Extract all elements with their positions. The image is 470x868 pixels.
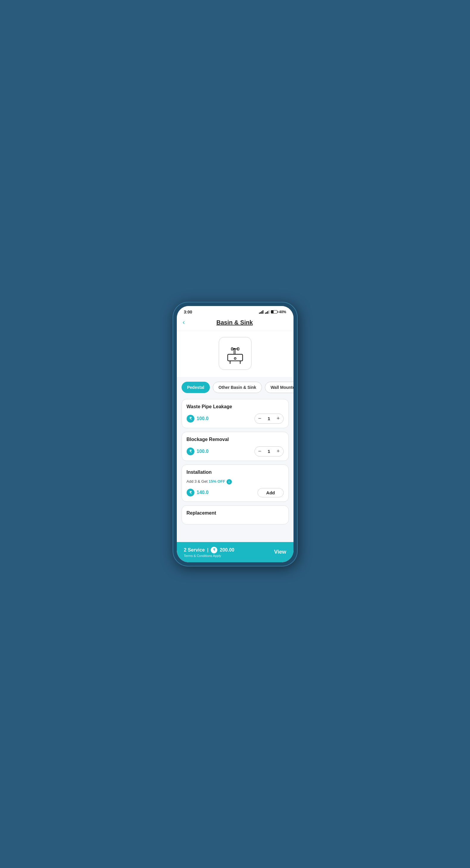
price-wrap-blockage: ₹ 100.0 bbox=[187, 447, 209, 455]
battery-icon bbox=[271, 310, 277, 313]
signal-icon bbox=[259, 310, 263, 314]
status-time: 3:00 bbox=[184, 310, 192, 314]
service-name-replacement: Replacement bbox=[187, 510, 284, 516]
phone-frame: 3:00 40% bbox=[173, 302, 298, 566]
decrement-blockage[interactable]: − bbox=[255, 446, 265, 457]
price-wrap-installation: ₹ 140.0 bbox=[187, 489, 209, 496]
service-footer-blockage: ₹ 100.0 − 1 + bbox=[187, 446, 284, 457]
bottom-bar: 2 Service | ₹ 200.00 Terms & Conditions … bbox=[177, 542, 294, 562]
price-installation: 140.0 bbox=[197, 490, 209, 495]
separator: | bbox=[207, 547, 208, 553]
service-count: 2 Service bbox=[184, 547, 205, 553]
service-name-blockage: Blockage Removal bbox=[187, 437, 284, 442]
tabs-section: Pedestal Other Basin & Sink Wall Mounted bbox=[177, 377, 294, 396]
service-card-installation: Installation Add 3 & Get 15% OFFi ₹ 140.… bbox=[181, 465, 289, 502]
battery-percent: 40% bbox=[279, 310, 286, 314]
bottom-left: 2 Service | ₹ 200.00 Terms & Conditions … bbox=[184, 547, 235, 558]
qty-blockage: 1 bbox=[265, 449, 273, 454]
rupee-icon-installation: ₹ bbox=[187, 489, 194, 496]
service-sub-installation: Add 3 & Get 15% OFFi bbox=[187, 479, 284, 485]
page-title: Basin & Sink bbox=[188, 319, 281, 326]
stepper-waste-pipe: − 1 + bbox=[255, 413, 284, 424]
service-footer-waste-pipe: ₹ 100.0 − 1 + bbox=[187, 413, 284, 424]
header: ‹ Basin & Sink bbox=[177, 316, 294, 331]
rupee-icon-waste-pipe: ₹ bbox=[187, 415, 194, 423]
tab-pedestal[interactable]: Pedestal bbox=[181, 382, 210, 393]
status-icons: 40% bbox=[259, 310, 286, 314]
back-button[interactable]: ‹ bbox=[183, 319, 185, 326]
phone-screen: 3:00 40% bbox=[177, 306, 294, 562]
bottom-service-info: 2 Service | ₹ 200.00 bbox=[184, 547, 235, 553]
basin-icon bbox=[225, 343, 245, 364]
service-card-waste-pipe: Waste Pipe Leakage ₹ 100.0 − 1 + bbox=[181, 399, 289, 428]
bottom-rupee-icon: ₹ bbox=[211, 547, 217, 553]
price-blockage: 100.0 bbox=[197, 449, 209, 454]
decrement-waste-pipe[interactable]: − bbox=[255, 413, 265, 424]
sub-text-installation: Add 3 & Get bbox=[187, 479, 209, 484]
service-footer-installation: ₹ 140.0 Add bbox=[187, 488, 284, 497]
svg-rect-5 bbox=[231, 348, 233, 350]
status-bar: 3:00 40% bbox=[177, 306, 294, 316]
price-waste-pipe: 100.0 bbox=[197, 416, 209, 421]
tab-other-basin[interactable]: Other Basin & Sink bbox=[213, 382, 262, 393]
increment-waste-pipe[interactable]: + bbox=[273, 413, 283, 424]
service-card-replacement: Replacement bbox=[181, 505, 289, 524]
bottom-amount: 200.00 bbox=[220, 547, 234, 553]
svg-point-7 bbox=[234, 358, 236, 359]
service-card-blockage: Blockage Removal ₹ 100.0 − 1 + bbox=[181, 432, 289, 461]
tab-wall-mounted[interactable]: Wall Mounted bbox=[265, 382, 294, 393]
qty-waste-pipe: 1 bbox=[265, 416, 273, 421]
service-name-waste-pipe: Waste Pipe Leakage bbox=[187, 404, 284, 409]
increment-blockage[interactable]: + bbox=[273, 446, 283, 457]
price-wrap-waste-pipe: ₹ 100.0 bbox=[187, 415, 209, 423]
stepper-blockage: − 1 + bbox=[255, 446, 284, 457]
services-section: Waste Pipe Leakage ₹ 100.0 − 1 + Blockag… bbox=[177, 396, 294, 554]
tabs-row: Pedestal Other Basin & Sink Wall Mounted bbox=[181, 382, 289, 393]
service-name-installation: Installation bbox=[187, 470, 284, 475]
bottom-terms: Terms & Conditions Apply bbox=[184, 554, 235, 558]
rupee-icon-blockage: ₹ bbox=[187, 447, 194, 455]
basin-icon-box bbox=[219, 337, 251, 370]
info-icon-installation[interactable]: i bbox=[227, 479, 232, 485]
svg-rect-6 bbox=[237, 348, 239, 350]
view-button[interactable]: View bbox=[274, 549, 287, 555]
add-button-installation[interactable]: Add bbox=[258, 488, 283, 497]
icon-section bbox=[177, 331, 294, 377]
discount-text-installation: 15% OFF bbox=[209, 479, 225, 484]
signal-icon-2 bbox=[265, 310, 269, 314]
